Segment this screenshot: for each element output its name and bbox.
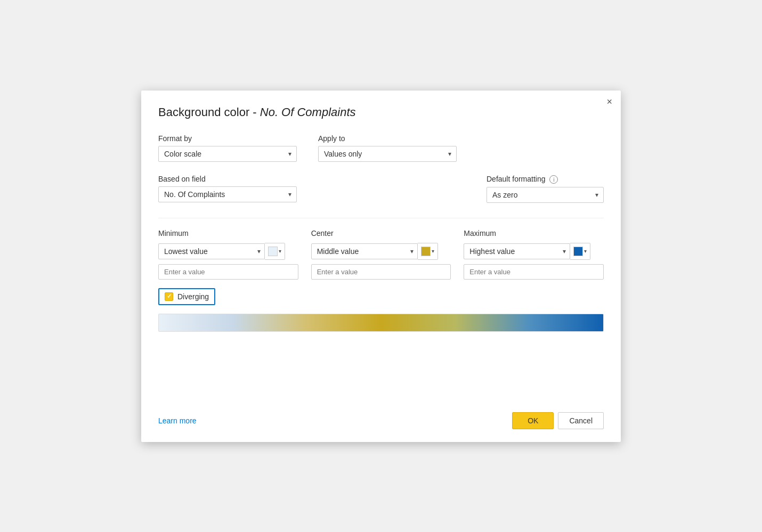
maximum-group: Maximum Highest value Number Percent Per… <box>464 229 604 280</box>
based-on-row: Based on field No. Of Complaints Default… <box>158 175 604 203</box>
minimum-group: Minimum Lowest value Number Percent Perc… <box>158 229 298 280</box>
apply-to-group: Apply to Values only Values and totals A… <box>318 134 457 162</box>
default-formatting-group: Default formatting i As zero As blank As… <box>487 175 604 203</box>
diverging-label: Diverging <box>177 292 209 301</box>
diverging-row[interactable]: Diverging <box>158 288 215 305</box>
format-by-group: Format by Color scale Field value Rules <box>158 134 297 162</box>
based-on-label: Based on field <box>158 175 297 183</box>
maximum-value-input[interactable] <box>464 264 604 280</box>
dialog-footer: Learn more OK Cancel <box>158 406 604 429</box>
learn-more-link[interactable]: Learn more <box>158 416 197 425</box>
gradient-bar <box>158 314 604 332</box>
based-on-select[interactable]: No. Of Complaints <box>158 186 297 202</box>
minimum-select-row: Lowest value Number Percent Percentile F… <box>158 243 298 260</box>
maximum-select[interactable]: Highest value Number Percent Percentile … <box>464 243 570 259</box>
default-formatting-label: Default formatting i <box>487 175 604 184</box>
center-swatch <box>421 247 431 256</box>
default-formatting-select-wrapper: As zero As blank As previous <box>487 187 604 203</box>
maximum-swatch-button[interactable]: ▾ <box>570 243 590 260</box>
format-by-label: Format by <box>158 134 297 143</box>
maximum-swatch <box>573 247 583 256</box>
minimum-swatch-arrow: ▾ <box>279 248 281 254</box>
divider <box>158 218 604 218</box>
based-on-select-wrapper: No. Of Complaints <box>158 186 297 202</box>
minimum-swatch-button[interactable]: ▾ <box>265 243 285 260</box>
info-icon: i <box>549 175 558 184</box>
default-formatting-select[interactable]: As zero As blank As previous <box>487 187 604 203</box>
maximum-label: Maximum <box>464 229 604 238</box>
center-select[interactable]: Middle value Number Percent Percentile F… <box>311 243 418 259</box>
minimum-select-wrapper: Lowest value Number Percent Percentile F… <box>158 243 265 259</box>
minimum-label: Minimum <box>158 229 298 238</box>
center-select-row: Middle value Number Percent Percentile F… <box>311 243 451 260</box>
format-by-select-wrapper: Color scale Field value Rules <box>158 146 297 162</box>
footer-buttons: OK Cancel <box>512 412 604 429</box>
format-apply-row: Format by Color scale Field value Rules … <box>158 134 604 162</box>
apply-to-label: Apply to <box>318 134 457 143</box>
apply-to-select-wrapper: Values only Values and totals All <box>318 146 457 162</box>
center-label: Center <box>311 229 451 238</box>
color-scale-row: Minimum Lowest value Number Percent Perc… <box>158 229 604 280</box>
center-swatch-arrow: ▾ <box>432 248 434 254</box>
format-by-select[interactable]: Color scale Field value Rules <box>158 146 297 162</box>
background-color-dialog: × Background color - No. Of Complaints F… <box>141 91 621 442</box>
based-on-group: Based on field No. Of Complaints <box>158 175 297 202</box>
diverging-checkbox[interactable] <box>165 292 173 301</box>
center-swatch-button[interactable]: ▾ <box>418 243 438 260</box>
center-group: Center Middle value Number Percent Perce… <box>311 229 451 280</box>
maximum-select-wrapper: Highest value Number Percent Percentile … <box>464 243 570 259</box>
center-select-wrapper: Middle value Number Percent Percentile F… <box>311 243 418 259</box>
maximum-swatch-arrow: ▾ <box>584 248 587 254</box>
minimum-select[interactable]: Lowest value Number Percent Percentile F… <box>158 243 265 259</box>
dialog-title: Background color - No. Of Complaints <box>158 105 604 119</box>
ok-button[interactable]: OK <box>512 412 554 429</box>
minimum-swatch <box>268 247 278 256</box>
apply-to-select[interactable]: Values only Values and totals All <box>318 146 457 162</box>
cancel-button[interactable]: Cancel <box>558 412 604 429</box>
maximum-select-row: Highest value Number Percent Percentile … <box>464 243 604 260</box>
close-button[interactable]: × <box>606 97 612 107</box>
minimum-value-input[interactable] <box>158 264 298 280</box>
center-value-input[interactable] <box>311 264 451 280</box>
